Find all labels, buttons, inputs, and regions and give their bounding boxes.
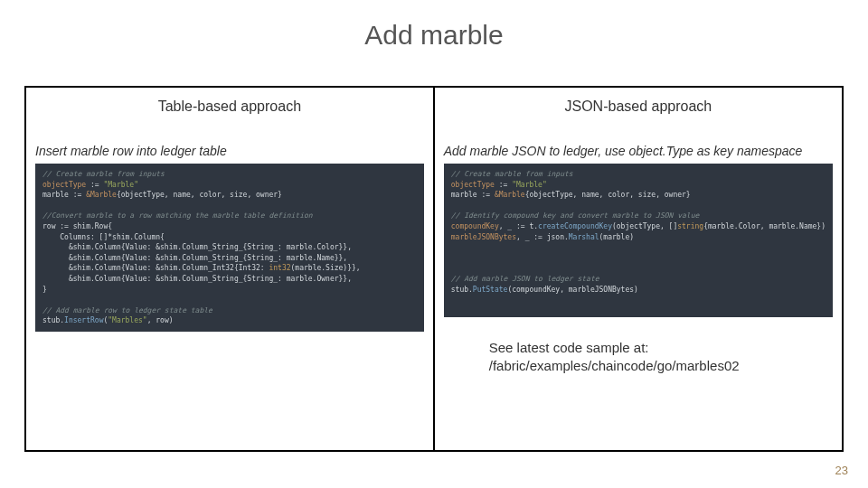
left-subhead: Insert marble row into ledger table xyxy=(26,135,433,160)
code-text: &shim.Column{Value: &shim.Column_Int32{I… xyxy=(42,264,269,272)
code-comment: // Create marble from inputs xyxy=(42,170,165,178)
footnote-line: See latest code sample at: xyxy=(489,339,833,357)
code-text: Columns: []*shim.Column{ xyxy=(42,233,165,241)
code-comment: // Add marble row to ledger state table xyxy=(42,306,212,314)
code-text: row := shim.Row{ xyxy=(42,222,112,230)
code-text: } xyxy=(42,286,47,294)
code-text: Marshal xyxy=(569,233,599,241)
code-text: string xyxy=(677,222,703,230)
code-text: int32 xyxy=(269,264,290,272)
code-text: , _ := json. xyxy=(516,233,569,241)
right-subhead: Add marble JSON to ledger, use object.Ty… xyxy=(435,135,842,160)
code-text: , _ := t. xyxy=(499,222,538,230)
code-text: (marble.Size)}}, xyxy=(291,264,361,272)
code-text: marbleJSONBytes xyxy=(451,233,516,241)
code-text: &shim.Column{Value: &shim.Column_String_… xyxy=(42,243,352,251)
code-text: InsertRow xyxy=(64,316,103,324)
code-text: &shim.Column{Value: &shim.Column_String_… xyxy=(42,275,352,283)
right-column: JSON-based approach Add marble JSON to l… xyxy=(433,88,842,450)
code-text: (compoundKey, marbleJSONBytes) xyxy=(507,286,638,294)
code-text: := xyxy=(86,181,103,189)
code-text: &shim.Column{Value: &shim.Column_String_… xyxy=(42,254,347,262)
code-text: marble := xyxy=(42,191,86,199)
code-text: (marble) xyxy=(599,233,635,241)
code-text: {objectType, name, color, size, owner} xyxy=(525,191,691,199)
code-text: , row) xyxy=(147,316,174,324)
code-text: stub. xyxy=(451,286,473,294)
right-code-block: // Create marble from inputs objectType … xyxy=(444,164,833,317)
code-text: "Marble" xyxy=(512,181,547,189)
code-text: "Marbles" xyxy=(108,316,146,324)
page-number: 23 xyxy=(835,464,848,477)
code-text: compoundKey xyxy=(451,222,499,230)
left-column: Table-based approach Insert marble row i… xyxy=(26,88,433,450)
code-comment: // Create marble from inputs xyxy=(451,170,573,178)
right-heading: JSON-based approach xyxy=(435,88,842,135)
code-text: &Marble xyxy=(86,191,117,199)
code-text: "Marble" xyxy=(103,181,138,189)
code-comment: // Add marble JSON to ledger state xyxy=(451,275,599,283)
code-comment: //Convert marble to a row matching the m… xyxy=(42,211,313,220)
code-text: createCompoundKey xyxy=(538,222,612,230)
code-text: stub. xyxy=(42,316,64,324)
code-text: {marble.Color, marble.Name}) xyxy=(703,222,826,230)
code-text: PutState xyxy=(473,286,508,294)
slide: Add marble Table-based approach Insert m… xyxy=(0,0,868,488)
footnote: See latest code sample at: /fabric/examp… xyxy=(435,323,842,380)
code-text: objectType xyxy=(42,181,86,189)
code-comment: // Identify compound key and convert mar… xyxy=(451,211,700,220)
code-text: (objectType, [] xyxy=(612,222,677,230)
page-title: Add marble xyxy=(0,0,868,63)
code-text: &Marble xyxy=(495,191,525,199)
code-text: {objectType, name, color, size, owner} xyxy=(117,191,282,199)
code-text: marble := xyxy=(451,191,495,199)
left-code-block: // Create marble from inputs objectType … xyxy=(35,164,424,332)
comparison-table: Table-based approach Insert marble row i… xyxy=(24,86,844,452)
left-heading: Table-based approach xyxy=(26,88,433,135)
footnote-line: /fabric/examples/chaincode/go/marbles02 xyxy=(489,357,833,375)
code-text: := xyxy=(495,181,512,189)
code-text: objectType xyxy=(451,181,495,189)
